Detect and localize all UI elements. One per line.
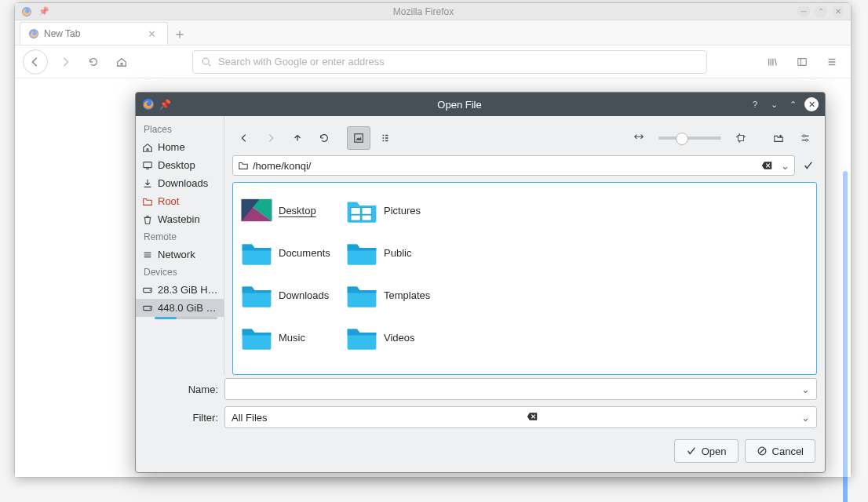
filter-clear-icon[interactable] (527, 412, 538, 424)
places-section-label: Places (136, 121, 224, 138)
svg-rect-19 (362, 208, 371, 215)
nav-up-button[interactable] (286, 126, 309, 150)
name-chevron-icon[interactable]: ⌄ (801, 384, 810, 395)
name-input[interactable]: ⌄ (224, 378, 817, 400)
cancel-icon (757, 446, 768, 457)
check-icon (686, 446, 697, 457)
file-label: Music (279, 332, 305, 344)
file-item-downloads[interactable]: Downloads (239, 274, 341, 316)
folder-path-icon (238, 160, 249, 171)
folder-icon (345, 235, 379, 270)
reload-button[interactable] (312, 126, 336, 150)
home-icon (142, 142, 153, 153)
dialog-maximize-button[interactable]: ⌃ (786, 97, 800, 111)
open-file-dialog: 📌 Open File ? ⌄ ⌃ ✕ Places Home Desktop (135, 92, 826, 473)
svg-point-9 (150, 307, 151, 309)
places-panel: Places Home Desktop Downloads Root (136, 116, 224, 375)
path-text: /home/konqi/ (253, 160, 311, 172)
places-desktop[interactable]: Desktop (136, 156, 224, 174)
path-input[interactable]: /home/konqi/ ⌄ (232, 155, 795, 176)
places-root[interactable]: Root (136, 192, 224, 210)
folder-icon (345, 320, 379, 355)
path-confirm-button[interactable] (800, 155, 817, 176)
folder-icon (345, 278, 379, 312)
name-label: Name: (144, 384, 218, 395)
drive-icon (142, 303, 153, 314)
file-item-desktop[interactable]: Desktop (239, 189, 341, 231)
places-network[interactable]: Network (136, 246, 224, 264)
filter-label: Filter: (144, 412, 218, 424)
svg-point-7 (150, 289, 151, 291)
device-usage-bar (155, 317, 217, 319)
download-icon (142, 178, 153, 189)
open-button[interactable]: Open (674, 439, 739, 463)
nav-forward-button[interactable] (259, 126, 283, 150)
file-item-pictures[interactable]: Pictures (345, 189, 447, 231)
filter-value: All Files (232, 412, 268, 424)
svg-rect-20 (351, 215, 360, 220)
desktop-icon (142, 160, 153, 171)
dialog-help-button[interactable]: ? (748, 97, 762, 111)
zoom-out-button[interactable] (627, 126, 651, 150)
filter-select[interactable]: All Files ⌄ (224, 406, 817, 428)
file-item-videos[interactable]: Videos (345, 316, 447, 358)
folder-icon (239, 278, 274, 312)
dialog-minimize-button[interactable]: ⌄ (767, 97, 781, 111)
settings-button[interactable] (793, 126, 817, 150)
folder-icon (142, 196, 153, 207)
zoom-slider[interactable] (658, 136, 721, 140)
dialog-close-button[interactable]: ✕ (804, 97, 819, 111)
file-item-public[interactable]: Public (345, 231, 447, 274)
folder-icon (239, 320, 274, 355)
places-home[interactable]: Home (136, 138, 224, 156)
file-label: Videos (384, 332, 415, 344)
file-label: Pictures (384, 205, 421, 216)
dialog-toolbar (232, 122, 817, 154)
filter-chevron-icon[interactable]: ⌄ (801, 412, 810, 424)
svg-point-13 (805, 139, 808, 141)
dialog-app-icon (142, 98, 155, 111)
file-label: Templates (384, 289, 430, 301)
file-item-music[interactable]: Music (239, 316, 341, 358)
folder-icon (345, 193, 379, 227)
list-view-button[interactable] (374, 126, 397, 150)
file-list[interactable]: DesktopPicturesDocumentsPublicDownloadsT… (232, 182, 817, 375)
path-clear-icon[interactable] (761, 161, 776, 170)
places-device-1[interactable]: 28.3 GiB H… (136, 281, 224, 299)
dialog-pin-icon[interactable]: 📌 (159, 99, 171, 110)
nav-back-button[interactable] (232, 126, 256, 150)
new-folder-button[interactable] (767, 126, 790, 150)
svg-rect-11 (739, 136, 744, 141)
places-wastebin[interactable]: Wastebin (136, 210, 224, 228)
zoom-in-button[interactable] (729, 126, 753, 150)
network-icon (142, 249, 153, 260)
drive-icon (142, 285, 153, 296)
svg-rect-18 (351, 208, 360, 215)
file-label: Desktop (279, 205, 316, 216)
trash-icon (142, 214, 153, 225)
places-downloads[interactable]: Downloads (136, 174, 224, 192)
svg-rect-21 (362, 215, 371, 220)
icon-view-button[interactable] (347, 126, 370, 150)
dialog-titlebar: 📌 Open File ? ⌄ ⌃ ✕ (136, 93, 825, 116)
file-label: Documents (279, 247, 330, 259)
dialog-title: Open File (171, 99, 748, 111)
svg-rect-5 (144, 162, 152, 167)
path-history-chevron-icon[interactable]: ⌄ (781, 160, 790, 172)
places-device-2[interactable]: 448.0 GiB … (136, 299, 224, 317)
folder-icon (239, 193, 274, 227)
remote-section-label: Remote (136, 228, 224, 246)
svg-point-12 (803, 135, 805, 137)
file-item-documents[interactable]: Documents (239, 231, 341, 274)
devices-section-label: Devices (136, 264, 224, 281)
file-browser-pane: /home/konqi/ ⌄ DesktopPicturesDocumentsP… (224, 116, 825, 375)
file-label: Downloads (279, 289, 329, 301)
folder-icon (239, 235, 274, 270)
cancel-button[interactable]: Cancel (745, 439, 815, 463)
file-item-templates[interactable]: Templates (345, 274, 447, 316)
file-label: Public (384, 247, 411, 259)
